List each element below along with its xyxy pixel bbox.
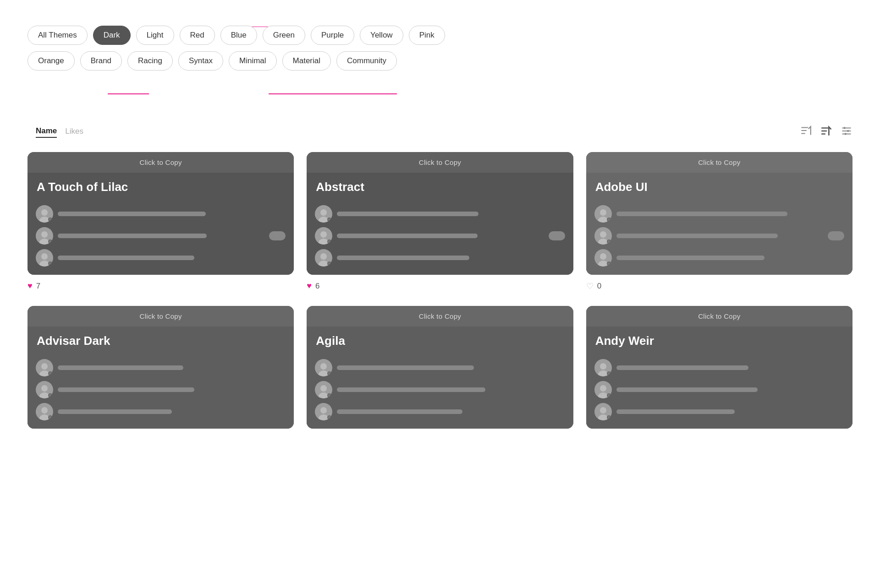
theme-card-header: Click to Copy <box>586 306 852 327</box>
theme-row-2 <box>315 403 565 420</box>
likes-count: 6 <box>315 282 319 291</box>
theme-card-title: Advisar Dark <box>28 327 294 354</box>
theme-card-abstract[interactable]: Click to Copy Abstract <box>307 152 573 275</box>
theme-bar-1 <box>616 387 758 392</box>
filter-chip-minimal[interactable]: Minimal <box>229 51 277 71</box>
theme-row-2 <box>36 403 286 420</box>
filter-chip-yellow[interactable]: Yellow <box>360 26 403 45</box>
svg-point-49 <box>320 363 327 370</box>
theme-bar-2 <box>58 256 194 260</box>
filter-chip-dark[interactable]: Dark <box>93 26 131 45</box>
theme-row-2 <box>315 249 565 267</box>
theme-card-wrapper-adobe-ui: Click to Copy Adobe UI <box>586 152 852 293</box>
theme-card-body <box>28 354 294 429</box>
theme-bar-0 <box>616 212 787 216</box>
theme-card-touch-of-lilac[interactable]: Click to Copy A Touch of Lilac <box>28 152 294 275</box>
theme-card-wrapper-agila: Click to Copy Agila <box>307 306 573 429</box>
sort-by-likes[interactable]: Likes <box>65 127 83 137</box>
theme-row-0 <box>594 359 844 376</box>
theme-card-body <box>28 200 294 275</box>
theme-card-agila[interactable]: Click to Copy Agila <box>307 306 573 429</box>
theme-bar-2 <box>337 409 462 414</box>
theme-card-title: A Touch of Lilac <box>28 173 294 200</box>
filter-adjust-icon[interactable] <box>841 125 852 139</box>
svg-point-43 <box>41 385 48 392</box>
theme-card-adobe-ui[interactable]: Click to Copy Adobe UI <box>586 152 852 275</box>
avatar-2 <box>36 403 53 420</box>
theme-card-header: Click to Copy <box>28 306 294 327</box>
theme-row-1 <box>36 227 286 245</box>
theme-row-1 <box>36 381 286 398</box>
svg-point-13 <box>41 209 48 216</box>
sort-bar: Name Likes <box>28 125 852 139</box>
filter-chip-blue[interactable]: Blue <box>220 26 257 45</box>
svg-point-25 <box>320 231 327 238</box>
theme-row-0 <box>315 359 565 376</box>
filter-chip-community[interactable]: Community <box>336 51 397 71</box>
svg-point-55 <box>320 407 327 414</box>
theme-row-2 <box>594 403 844 420</box>
card-likes: ♥ 7 <box>28 275 294 293</box>
filter-chip-brand[interactable]: Brand <box>80 51 122 71</box>
svg-point-28 <box>320 253 327 260</box>
theme-row-0 <box>594 205 844 223</box>
theme-row-2 <box>594 249 844 267</box>
filter-chip-purple[interactable]: Purple <box>311 26 354 45</box>
avatar-1 <box>315 227 332 245</box>
heart-filled-icon: ♥ <box>28 281 33 291</box>
heart-outline-icon: ♡ <box>586 281 594 291</box>
theme-card-andy-weir[interactable]: Click to Copy Andy Weir <box>586 306 852 429</box>
svg-point-37 <box>600 253 606 260</box>
theme-bar-0 <box>616 365 748 370</box>
filter-chip-light[interactable]: Light <box>136 26 174 45</box>
card-likes: ♥ 6 <box>307 275 573 293</box>
theme-card-body <box>307 200 573 275</box>
theme-card-title: Abstract <box>307 173 573 200</box>
themes-grid: Click to Copy A Touch of Lilac <box>28 152 852 429</box>
filter-chip-all[interactable]: All Themes <box>28 26 88 45</box>
filter-chip-red[interactable]: Red <box>180 26 215 45</box>
avatar-2 <box>36 249 53 267</box>
svg-point-52 <box>320 385 327 392</box>
filter-chip-orange[interactable]: Orange <box>28 51 75 71</box>
filter-chip-green[interactable]: Green <box>263 26 305 45</box>
theme-bar-0 <box>337 212 478 216</box>
svg-point-34 <box>600 231 606 238</box>
theme-bar-2 <box>616 256 764 260</box>
avatar-2 <box>315 403 332 420</box>
svg-point-9 <box>844 127 846 129</box>
theme-card-body <box>307 354 573 429</box>
svg-point-11 <box>845 133 847 135</box>
sort-by-name[interactable]: Name <box>36 126 57 138</box>
theme-bar-1 <box>58 387 194 392</box>
avatar-0 <box>594 359 612 376</box>
theme-row-0 <box>36 205 286 223</box>
filter-chip-pink[interactable]: Pink <box>409 26 445 45</box>
avatar-1 <box>594 381 612 398</box>
theme-bar-2 <box>337 256 469 260</box>
theme-card-wrapper-advisar-dark: Click to Copy Advisar Dark <box>28 306 294 429</box>
theme-card-advisar-dark[interactable]: Click to Copy Advisar Dark <box>28 306 294 429</box>
filter-row-1: All ThemesDarkLightRedBlueGreenPurpleYel… <box>28 26 852 45</box>
theme-card-body <box>586 354 852 429</box>
svg-point-61 <box>600 385 606 392</box>
filter-chip-racing[interactable]: Racing <box>127 51 173 71</box>
avatar-1 <box>594 227 612 245</box>
theme-card-wrapper-abstract: Click to Copy Abstract <box>307 152 573 293</box>
theme-toggle-1[interactable] <box>828 231 844 240</box>
avatar-0 <box>315 359 332 376</box>
theme-toggle-1[interactable] <box>269 231 286 240</box>
heart-filled-icon: ♥ <box>307 281 312 291</box>
avatar-2 <box>594 249 612 267</box>
sort-ascending-icon[interactable] <box>800 125 812 139</box>
theme-toggle-1[interactable] <box>549 231 565 240</box>
avatar-2 <box>594 403 612 420</box>
filter-chip-material[interactable]: Material <box>282 51 331 71</box>
theme-card-body <box>586 200 852 275</box>
theme-row-0 <box>36 359 286 376</box>
svg-point-19 <box>41 253 48 260</box>
filter-chip-syntax[interactable]: Syntax <box>178 51 223 71</box>
sort-descending-icon[interactable] <box>820 125 832 139</box>
svg-point-16 <box>41 231 48 238</box>
theme-card-title: Adobe UI <box>586 173 852 200</box>
